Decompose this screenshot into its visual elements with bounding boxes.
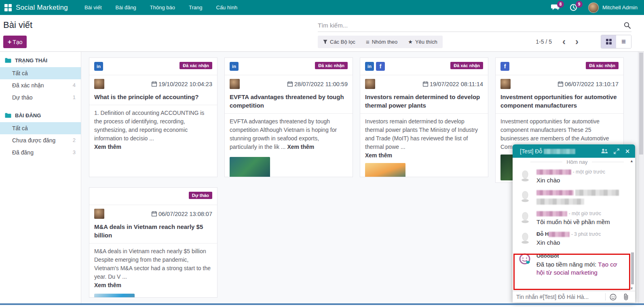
card-title[interactable]: Investors remain determined to develop t… bbox=[365, 93, 483, 110]
odoobot-avatar bbox=[518, 252, 532, 266]
menu-configuration[interactable]: Cấu hình bbox=[209, 0, 245, 15]
kanban-view-button[interactable] bbox=[601, 35, 616, 48]
menu-articles[interactable]: Bài viết bbox=[78, 0, 109, 15]
menu-posts[interactable]: Bài đăng bbox=[109, 0, 143, 15]
redacted-author bbox=[549, 232, 570, 237]
read-more-link[interactable]: Xem thêm bbox=[287, 144, 314, 150]
app-title[interactable]: Social Marketing bbox=[16, 4, 68, 12]
message-time: - một giờ trước bbox=[569, 211, 601, 216]
pager-next-button[interactable]: › bbox=[574, 38, 579, 46]
emoji-icon[interactable] bbox=[610, 294, 617, 301]
sidebar-item-count: 3 bbox=[73, 149, 76, 155]
sidebar-item-label: Tất cả bbox=[12, 70, 28, 76]
sidebar-item-unposted[interactable]: Chưa được đăng 2 bbox=[0, 134, 81, 146]
search-icon[interactable] bbox=[624, 22, 631, 30]
card-date: 06/07/2022 13:08:07 bbox=[152, 211, 212, 217]
filters-button[interactable]: Các Bộ lọc bbox=[318, 36, 361, 48]
page-scrollbar-thumb[interactable] bbox=[639, 53, 643, 155]
card-excerpt: M&A deals in Vietnam reach nearly $5 bil… bbox=[94, 248, 211, 280]
facebook-icon: f bbox=[376, 62, 385, 71]
author-avatar bbox=[94, 79, 104, 89]
status-badge: Đã xác nhận bbox=[179, 62, 212, 69]
read-more-link[interactable]: Xem thêm bbox=[365, 152, 392, 159]
navbar-right: 8 9 Mitchell Admin bbox=[551, 2, 644, 13]
card-title[interactable]: Investment opportunities for automotive … bbox=[500, 93, 619, 110]
scroll-down-icon[interactable]: ▼ bbox=[630, 286, 633, 290]
view-switcher: ≡ bbox=[601, 35, 631, 49]
sidebar-item-status-all[interactable]: Tất cả bbox=[0, 67, 81, 79]
chat-message: - một giờ trước Tôi muốn hỏi về phần mềm bbox=[513, 207, 635, 228]
create-button-label: Tạo bbox=[13, 39, 22, 45]
sidebar-section-status[interactable]: TRẠNG THÁI bbox=[0, 52, 81, 67]
chat-header[interactable]: [Test] Đỗ ✕ bbox=[513, 144, 635, 158]
chat-scrollbar-thumb[interactable] bbox=[631, 252, 634, 284]
sidebar: TRẠNG THÁI Tất cả Đã xác nhận 4 Dự thảo … bbox=[0, 52, 81, 303]
expand-icon[interactable] bbox=[614, 148, 619, 154]
sidebar-item-draft[interactable]: Dự thảo 1 bbox=[0, 91, 81, 104]
list-view-button[interactable]: ≡ bbox=[616, 35, 631, 48]
card-date-text: 28/07/2022 11:00:59 bbox=[294, 81, 348, 87]
author-avatar bbox=[500, 79, 511, 89]
message-text: Đã tạo tiềm năng mới: bbox=[536, 261, 598, 268]
pager-prev-button[interactable]: ‹ bbox=[562, 38, 566, 46]
message-author: OdooBot bbox=[536, 253, 559, 259]
article-card[interactable]: in f Đã xác nhận 19/07/2022 08:11:14 Inv… bbox=[360, 57, 488, 177]
close-icon[interactable]: ✕ bbox=[625, 148, 630, 155]
article-card[interactable]: Dự thảo 06/07/2022 13:08:07 M&A deals in… bbox=[89, 187, 217, 298]
favorites-label: Yêu thích bbox=[415, 39, 437, 45]
read-more-link[interactable]: Xem thêm bbox=[94, 144, 121, 150]
card-title[interactable]: EVFTA advantages threatened by tough com… bbox=[230, 93, 348, 110]
menu-pages[interactable]: Trang bbox=[182, 0, 209, 15]
article-card[interactable]: in Đã xác nhận 19/10/2022 10:04:23 What … bbox=[89, 57, 217, 177]
scroll-up-icon[interactable]: ▲ bbox=[630, 159, 633, 163]
card-excerpt: EVFTA advantages threatened by tough com… bbox=[230, 118, 337, 150]
menu-notifications[interactable]: Thông báo bbox=[143, 0, 182, 15]
avatar-placeholder bbox=[518, 210, 532, 224]
sidebar-item-posted[interactable]: Đã đăng 3 bbox=[0, 146, 81, 159]
card-title[interactable]: M&A deals in Vietnam reach nearly $5 bil… bbox=[94, 222, 212, 239]
status-badge: Đã xác nhận bbox=[315, 62, 348, 69]
page-scrollbar[interactable] bbox=[638, 52, 644, 303]
sidebar-item-count: 4 bbox=[73, 82, 76, 88]
sidebar-item-confirmed[interactable]: Đã xác nhận 4 bbox=[0, 79, 81, 91]
read-more-link[interactable]: Xem thêm bbox=[94, 282, 121, 288]
create-button[interactable]: + Tạo bbox=[3, 36, 27, 48]
calendar-icon bbox=[152, 81, 157, 87]
user-menu[interactable]: Mitchell Admin bbox=[588, 2, 638, 13]
chat-message-odoobot: OdooBot Đã tạo tiềm năng mới: Tạo cơ hội… bbox=[513, 249, 635, 279]
activities-icon[interactable]: 9 bbox=[570, 4, 579, 12]
facebook-icon: f bbox=[500, 62, 509, 71]
card-date-text: 19/07/2022 08:11:14 bbox=[430, 81, 483, 87]
pager: 1-5 / 5 ‹ › bbox=[536, 38, 579, 46]
message-time: - 3 phút trước bbox=[571, 231, 601, 237]
message-time: - một giờ trước bbox=[573, 169, 605, 175]
status-badge: Đã xác nhận bbox=[450, 62, 483, 69]
favorites-button[interactable]: ★ Yêu thích bbox=[403, 36, 443, 48]
card-title[interactable]: What is the principle of accounting? bbox=[94, 93, 212, 101]
control-panel: Bài viết + Tạo Các Bộ lọc ≡ Nhóm theo ★ … bbox=[0, 15, 644, 52]
messages-icon[interactable]: 8 bbox=[551, 4, 560, 12]
card-date: 28/07/2022 11:00:59 bbox=[287, 81, 348, 87]
search-input[interactable] bbox=[318, 19, 612, 31]
status-badge: Đã xác nhận bbox=[586, 62, 619, 69]
chat-messages: Hôm nay ▲ - một giờ trước Xin chào - một… bbox=[513, 158, 635, 291]
sidebar-item-posts-all[interactable]: Tất cả bbox=[0, 122, 81, 134]
avatar-placeholder bbox=[518, 231, 532, 244]
add-users-icon[interactable] bbox=[601, 148, 608, 154]
sidebar-section-posts[interactable]: BÀI ĐĂNG bbox=[0, 107, 81, 122]
author-avatar bbox=[94, 209, 104, 219]
article-card[interactable]: in Đã xác nhận 28/07/2022 11:00:59 EVFTA… bbox=[224, 57, 353, 177]
card-date: 06/07/2022 13:10:17 bbox=[558, 81, 619, 87]
attachment-icon[interactable] bbox=[623, 294, 629, 300]
apps-grid-icon[interactable] bbox=[4, 4, 11, 11]
calendar-icon bbox=[558, 81, 563, 87]
groupby-icon: ≡ bbox=[366, 40, 370, 44]
chat-window: [Test] Đỗ ✕ Hôm nay ▲ - một giờ trước Xi… bbox=[513, 144, 635, 303]
message-input[interactable] bbox=[513, 294, 604, 300]
card-thumbnail bbox=[94, 294, 135, 298]
day-divider: Hôm nay bbox=[530, 159, 624, 165]
calendar-icon bbox=[287, 81, 293, 87]
groupby-button[interactable]: ≡ Nhóm theo bbox=[361, 36, 403, 48]
redacted-text bbox=[536, 199, 584, 205]
author-avatar bbox=[230, 79, 240, 89]
